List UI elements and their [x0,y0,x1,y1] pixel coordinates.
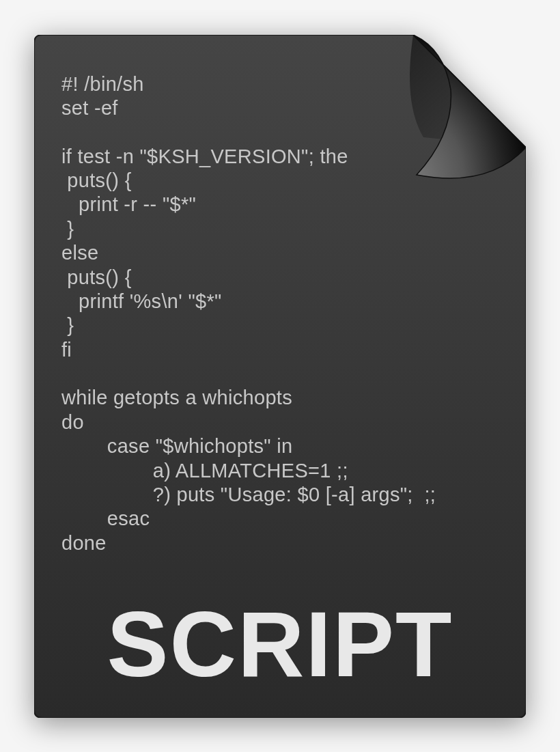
code-line: fi [61,339,72,361]
script-file-icon: #! /bin/sh set -ef if test -n "$KSH_VERS… [34,35,526,718]
file-type-label: SCRIPT [34,591,526,697]
code-line: set -ef [61,97,118,119]
code-line: } [61,218,74,240]
code-line: done [61,532,107,554]
code-line: #! /bin/sh [61,73,144,95]
code-line: } [61,314,74,336]
code-line: puts() { [61,266,132,288]
code-line: printf '%s\n' "$*" [61,290,222,312]
code-line: do [61,411,84,433]
code-line: case "$whichopts" in [61,435,292,457]
code-line: esac [61,507,150,529]
code-line: else [61,242,98,264]
code-line: ?) puts "Usage: $0 [-a] args"; ;; [61,484,436,505]
code-line: while getopts a whichopts [61,387,292,408]
script-code-content: #! /bin/sh set -ef if test -n "$KSH_VERS… [61,72,512,556]
code-line: if test -n "$KSH_VERSION"; the [61,145,348,167]
code-line: puts() { [61,169,132,191]
code-line: print -r -- "$*" [61,193,196,215]
code-line: a) ALLMATCHES=1 ;; [61,460,348,482]
